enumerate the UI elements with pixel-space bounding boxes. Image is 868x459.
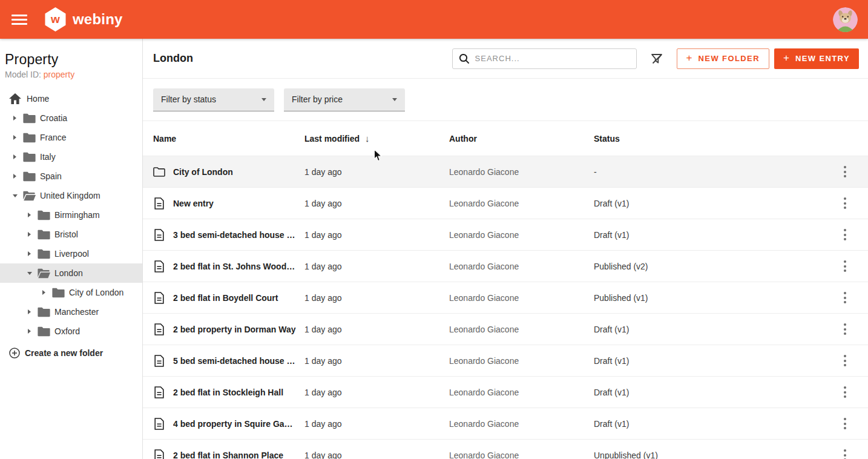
sidebar-folder-item[interactable]: Oxford bbox=[0, 322, 142, 341]
table-row[interactable]: 5 bed semi-detached house … 1 day ago Le… bbox=[143, 345, 868, 376]
entry-status: Draft (v1) bbox=[594, 388, 837, 397]
entry-name: 2 bed flat in Boydell Court bbox=[173, 293, 286, 303]
row-menu-button[interactable] bbox=[837, 163, 853, 181]
entry-last-modified: 1 day ago bbox=[304, 419, 449, 429]
folder-label: Liverpool bbox=[54, 249, 89, 259]
entry-status: Draft (v1) bbox=[594, 325, 837, 334]
sidebar-folder-item[interactable]: Italy bbox=[0, 147, 142, 167]
search-input[interactable] bbox=[475, 54, 630, 63]
row-document-icon bbox=[153, 418, 165, 430]
row-menu-button[interactable] bbox=[837, 257, 853, 276]
entries-table: City of London 1 day ago Leonardo Giacon… bbox=[143, 156, 868, 459]
tree-arrow-icon[interactable] bbox=[9, 194, 21, 197]
table-row[interactable]: 2 bed property in Dorman Way 1 day ago L… bbox=[143, 313, 868, 345]
row-menu-button[interactable] bbox=[837, 226, 853, 244]
sidebar-folder-item[interactable]: United Kingdom bbox=[0, 186, 142, 205]
main-header: London + NEW FOLDER bbox=[143, 39, 868, 79]
sidebar-folder-item[interactable]: City of London bbox=[0, 283, 142, 302]
model-id-label: Model ID: bbox=[5, 70, 41, 79]
folder-label: Oxford bbox=[54, 326, 80, 336]
folder-label: Manchester bbox=[54, 307, 99, 317]
plus-icon: + bbox=[783, 52, 789, 64]
tree-arrow-icon[interactable] bbox=[24, 309, 35, 314]
entry-last-modified: 1 day ago bbox=[304, 356, 449, 366]
sort-descending-icon: ↓ bbox=[365, 133, 370, 144]
entry-last-modified: 1 day ago bbox=[304, 167, 449, 177]
tree-arrow-icon[interactable] bbox=[24, 329, 35, 334]
folder-closed-icon bbox=[22, 113, 36, 124]
entry-last-modified: 1 day ago bbox=[304, 262, 449, 271]
row-menu-button[interactable] bbox=[837, 289, 853, 307]
table-row[interactable]: 3 bed semi-detached house … 1 day ago Le… bbox=[143, 219, 868, 250]
sidebar-folder-item[interactable]: Birmingham bbox=[0, 205, 142, 225]
sidebar-item-home[interactable]: Home bbox=[0, 89, 142, 108]
sidebar-folder-item[interactable]: Spain bbox=[0, 167, 142, 186]
filter-toggle-icon[interactable] bbox=[650, 52, 664, 65]
entry-name: 2 bed flat in Stockleigh Hall bbox=[173, 388, 292, 397]
user-avatar[interactable] bbox=[833, 7, 858, 32]
entry-name: City of London bbox=[173, 167, 242, 177]
entry-status: Draft (v1) bbox=[594, 419, 837, 429]
entry-status: Draft (v1) bbox=[594, 230, 837, 240]
menu-icon[interactable] bbox=[10, 12, 28, 27]
entry-name: 2 bed property in Dorman Way bbox=[173, 325, 304, 334]
column-header-status[interactable]: Status bbox=[594, 134, 837, 144]
search-box bbox=[452, 48, 637, 69]
table-row[interactable]: 2 bed flat in Shannon Place 1 day ago Le… bbox=[143, 439, 868, 459]
sidebar-folder-item[interactable]: Croatia bbox=[0, 108, 142, 128]
table-row[interactable]: New entry 1 day ago Leonardo Giacone Dra… bbox=[143, 187, 868, 219]
column-header-name[interactable]: Name bbox=[153, 134, 304, 144]
filter-by-status-select[interactable]: Filter by status bbox=[153, 88, 274, 111]
row-document-icon bbox=[153, 355, 165, 367]
tree-arrow-icon[interactable] bbox=[9, 116, 21, 121]
new-folder-button[interactable]: + NEW FOLDER bbox=[677, 48, 769, 69]
tree-arrow-icon[interactable] bbox=[9, 174, 21, 179]
filter-by-price-select[interactable]: Filter by price bbox=[284, 88, 405, 111]
model-id-value[interactable]: property bbox=[44, 70, 74, 79]
tree-arrow-icon[interactable] bbox=[24, 251, 35, 256]
row-menu-button[interactable] bbox=[837, 415, 853, 433]
sidebar-folder-item[interactable]: Manchester bbox=[0, 302, 142, 322]
new-entry-button[interactable]: + NEW ENTRY bbox=[774, 48, 859, 69]
tree-arrow-icon[interactable] bbox=[24, 232, 35, 237]
row-menu-button[interactable] bbox=[837, 352, 853, 370]
folder-closed-icon bbox=[37, 230, 50, 240]
webiny-logo: w webiny bbox=[44, 7, 123, 31]
sidebar-folder-item[interactable]: London bbox=[0, 263, 142, 283]
sidebar-item-label: Home bbox=[27, 94, 49, 104]
folder-label: Spain bbox=[40, 171, 62, 181]
tree-arrow-icon[interactable] bbox=[9, 154, 21, 159]
table-row[interactable]: 2 bed flat in St. Johns Wood … 1 day ago… bbox=[143, 250, 868, 282]
header-actions: + NEW FOLDER + NEW ENTRY bbox=[452, 48, 859, 69]
create-folder-button[interactable]: Create a new folder bbox=[0, 343, 142, 363]
sidebar-folder-item[interactable]: France bbox=[0, 128, 142, 147]
row-menu-button[interactable] bbox=[837, 446, 853, 459]
row-menu-button[interactable] bbox=[837, 320, 853, 338]
table-row[interactable]: 4 bed property in Squire Gar… 1 day ago … bbox=[143, 408, 868, 439]
circle-plus-icon bbox=[9, 348, 20, 358]
entry-name: 2 bed flat in Shannon Place bbox=[173, 451, 292, 459]
entry-status: Draft (v1) bbox=[594, 356, 837, 366]
search-icon bbox=[459, 53, 470, 64]
folder-label: United Kingdom bbox=[40, 191, 100, 200]
row-menu-button[interactable] bbox=[837, 383, 853, 401]
sidebar-folder-item[interactable]: Liverpool bbox=[0, 244, 142, 263]
filter-by-status-label: Filter by status bbox=[161, 94, 216, 104]
column-header-modified[interactable]: Last modified ↓ bbox=[304, 133, 449, 144]
entry-author: Leonardo Giacone bbox=[449, 356, 594, 366]
entry-author: Leonardo Giacone bbox=[449, 262, 594, 271]
row-menu-button[interactable] bbox=[837, 194, 853, 213]
tree-arrow-icon[interactable] bbox=[24, 213, 35, 217]
entry-name: 2 bed flat in St. Johns Wood … bbox=[173, 262, 304, 271]
folder-closed-icon bbox=[37, 326, 50, 337]
column-header-author[interactable]: Author bbox=[449, 134, 594, 144]
tree-arrow-icon[interactable] bbox=[9, 135, 21, 140]
table-row[interactable]: 2 bed flat in Boydell Court 1 day ago Le… bbox=[143, 282, 868, 313]
tree-arrow-icon[interactable] bbox=[24, 272, 35, 275]
entry-last-modified: 1 day ago bbox=[304, 451, 449, 459]
sidebar-folder-item[interactable]: Bristol bbox=[0, 225, 142, 244]
tree-arrow-icon[interactable] bbox=[38, 290, 50, 295]
entry-last-modified: 1 day ago bbox=[304, 388, 449, 397]
table-row[interactable]: City of London 1 day ago Leonardo Giacon… bbox=[143, 156, 868, 187]
table-row[interactable]: 2 bed flat in Stockleigh Hall 1 day ago … bbox=[143, 376, 868, 408]
